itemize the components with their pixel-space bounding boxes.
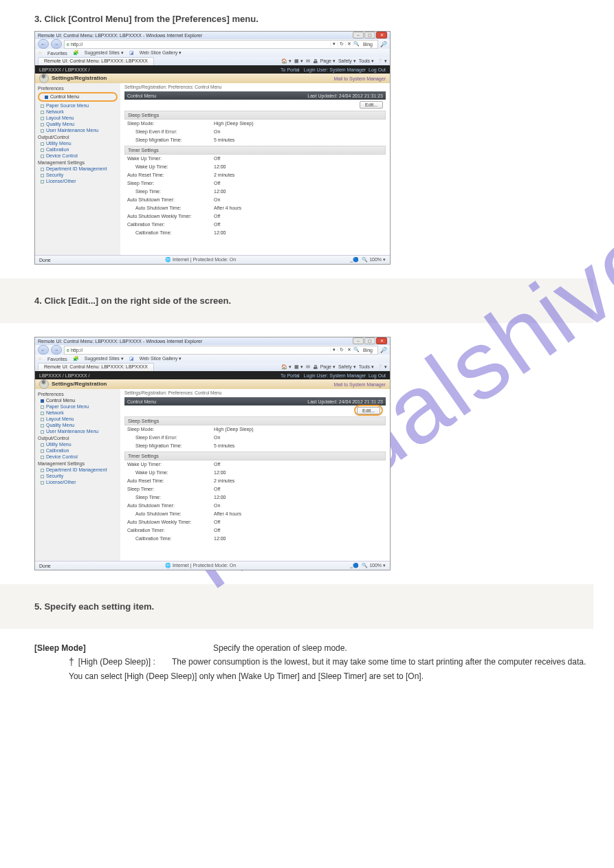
sidebar-item-quality[interactable]: Quality Menu <box>35 121 120 127</box>
edit-button[interactable]: Edit... <box>357 407 380 414</box>
wakeup-timer-label: Wake Up Timer: <box>127 155 214 163</box>
sidebar-item-security[interactable]: Security <box>35 172 120 178</box>
stop-icon[interactable]: ✕ <box>345 347 353 353</box>
mail-to-sysmanager-link[interactable]: Mail to System Manager <box>334 382 386 387</box>
search-engine-icon[interactable]: 🔍 <box>353 41 360 47</box>
toolbar-mail[interactable]: ✉ <box>306 364 310 370</box>
sidebar-item-calibration[interactable]: Calibration <box>35 447 120 454</box>
toolbar-tools[interactable]: Tools ▾ <box>359 364 374 370</box>
browser-window-1: Remote UI: Control Menu: LBPXXXX: LBPXXX… <box>34 31 391 265</box>
status-zone: 🌐 Internet | Protected Mode: On <box>51 257 351 263</box>
auto-shutdown-weekly-value: Off <box>214 212 220 221</box>
url-dropdown-icon[interactable]: ▾ <box>330 347 338 353</box>
address-bar[interactable]: e http:// ▾ ↻ ✕ 🔍 Bing <box>64 40 378 49</box>
sidebar-item-network[interactable]: Network <box>35 410 120 416</box>
forward-button[interactable]: → <box>51 345 62 355</box>
search-go-icon[interactable]: 🔎 <box>380 347 387 353</box>
link-logout[interactable]: Log Out <box>369 373 386 378</box>
browser-tab[interactable]: Remote UI: Control Menu: LBPXXXX: LBPXXX… <box>38 363 154 371</box>
sidebar-item-device-control[interactable]: Device Control <box>35 153 120 159</box>
sidebar-item-utility[interactable]: Utility Menu <box>35 441 120 447</box>
sidebar-item-utility[interactable]: Utility Menu <box>35 140 120 146</box>
toolbar-feed[interactable]: ▦ ▾ <box>294 58 303 64</box>
mail-to-sysmanager-link[interactable]: Mail to System Manager <box>334 76 386 81</box>
url-site-icon: e <box>67 42 69 47</box>
maximize-button[interactable]: ▢ <box>364 32 375 38</box>
sidebar-item-device-control[interactable]: Device Control <box>35 454 120 460</box>
toolbar-page[interactable]: Page ▾ <box>320 58 336 64</box>
back-button[interactable]: ← <box>38 39 49 49</box>
link-to-portal[interactable]: To Portal <box>281 373 300 378</box>
sidebar-item-control-menu[interactable]: Control Menu <box>39 93 116 100</box>
refresh-icon[interactable]: ↻ <box>338 347 345 353</box>
close-button[interactable]: ✕ <box>376 337 387 344</box>
zoom-value[interactable]: 100% ▾ <box>369 563 386 568</box>
toolbar-print[interactable]: 🖶 <box>313 365 318 370</box>
sleep-settings-header: Sleep Settings <box>124 416 386 425</box>
toolbar-home[interactable]: 🏠 ▾ <box>281 364 292 370</box>
zoom-icon[interactable]: 🔍 <box>362 257 368 262</box>
sidebar-item-dept-id[interactable]: Department ID Management <box>35 467 120 473</box>
back-button[interactable]: ← <box>38 345 49 355</box>
forward-button[interactable]: → <box>51 39 62 49</box>
browser-tab[interactable]: Remote UI: Control Menu: LBPXXXX: LBPXXX… <box>38 57 154 65</box>
favorites-star-icon[interactable]: ☆ <box>38 50 42 56</box>
search-go-icon[interactable]: 🔎 <box>380 41 387 47</box>
zoom-icon[interactable]: 🔍 <box>362 563 368 568</box>
maximize-button[interactable]: ▢ <box>364 337 375 344</box>
sidebar-item-calibration[interactable]: Calibration <box>35 146 120 153</box>
sidebar-item-license[interactable]: License/Other <box>35 178 120 184</box>
favorites-star-icon[interactable]: ☆ <box>38 356 42 361</box>
toolbar-mail[interactable]: ✉ <box>306 58 310 64</box>
suggested-sites-link[interactable]: Suggested Sites ▾ <box>85 50 124 56</box>
sidebar-item-license[interactable]: License/Other <box>35 479 120 485</box>
link-to-portal[interactable]: To Portal <box>281 67 300 72</box>
sleep-error-label: Sleep Even if Error: <box>127 434 214 442</box>
edit-button[interactable]: Edit... <box>360 101 383 109</box>
sidebar-item-paper-source[interactable]: Paper Source Menu <box>35 403 120 410</box>
minimize-button[interactable]: – <box>353 337 364 344</box>
address-bar[interactable]: e http:// ▾ ↻ ✕ 🔍 Bing <box>64 346 378 355</box>
zoom-slider-icon[interactable]: ⎯🔵 <box>350 563 359 568</box>
sidebar-item-paper-source[interactable]: Paper Source Menu <box>35 102 120 109</box>
sleep-mode-label: Sleep Mode: <box>127 425 214 434</box>
toolbar-help[interactable]: ❔ ▾ <box>377 58 387 64</box>
toolbar-safety[interactable]: Safety ▾ <box>338 364 356 370</box>
sidebar-item-layout[interactable]: Layout Menu <box>35 416 120 422</box>
timer-settings-header: Timer Settings <box>124 452 386 460</box>
link-logout[interactable]: Log Out <box>369 67 386 72</box>
minimize-button[interactable]: – <box>353 32 364 38</box>
toolbar-home[interactable]: 🏠 ▾ <box>281 58 292 64</box>
auto-shutdown-time-value: After 4 hours <box>214 204 241 212</box>
close-button[interactable]: ✕ <box>376 32 387 38</box>
web-slice-link[interactable]: Web Slice Gallery ▾ <box>140 50 182 56</box>
login-user-name: System Manager <box>329 67 366 72</box>
zoom-slider-icon[interactable]: ⎯🔵 <box>350 257 359 262</box>
web-slice-link[interactable]: Web Slice Gallery ▾ <box>140 356 182 361</box>
suggested-sites-link[interactable]: Suggested Sites ▾ <box>85 356 124 361</box>
sleep-mode-value: High (Deep Sleep) <box>214 425 254 434</box>
search-engine-icon[interactable]: 🔍 <box>353 347 360 353</box>
toolbar-print[interactable]: 🖶 <box>313 59 318 64</box>
sidebar-item-layout[interactable]: Layout Menu <box>35 115 120 121</box>
stop-icon[interactable]: ✕ <box>345 41 353 47</box>
sidebar-item-dept-id[interactable]: Department ID Management <box>35 166 120 172</box>
toolbar-page[interactable]: Page ▾ <box>320 364 336 370</box>
sidebar-item-security[interactable]: Security <box>35 473 120 479</box>
sidebar-item-network[interactable]: Network <box>35 109 120 115</box>
url-dropdown-icon[interactable]: ▾ <box>330 41 338 47</box>
sleep-migration-value: 5 minutes <box>214 136 234 144</box>
toolbar-feed[interactable]: ▦ ▾ <box>294 364 303 370</box>
auto-shutdown-time-value: After 4 hours <box>214 510 241 518</box>
toolbar-safety[interactable]: Safety ▾ <box>338 58 356 64</box>
sidebar-item-user-maintenance[interactable]: User Maintenance Menu <box>35 428 120 434</box>
zoom-value[interactable]: 100% ▾ <box>369 257 386 262</box>
sidebar-item-user-maintenance[interactable]: User Maintenance Menu <box>35 127 120 133</box>
toolbar-help[interactable]: ❔ ▾ <box>377 364 387 370</box>
sidebar-item-quality[interactable]: Quality Menu <box>35 422 120 428</box>
suggested-sites-icon: 🧩 <box>73 356 79 361</box>
sidebar-item-control-menu[interactable]: Control Menu <box>35 397 120 403</box>
refresh-icon[interactable]: ↻ <box>338 41 345 47</box>
search-engine-label: Bing <box>360 42 375 47</box>
toolbar-tools[interactable]: Tools ▾ <box>359 58 374 64</box>
